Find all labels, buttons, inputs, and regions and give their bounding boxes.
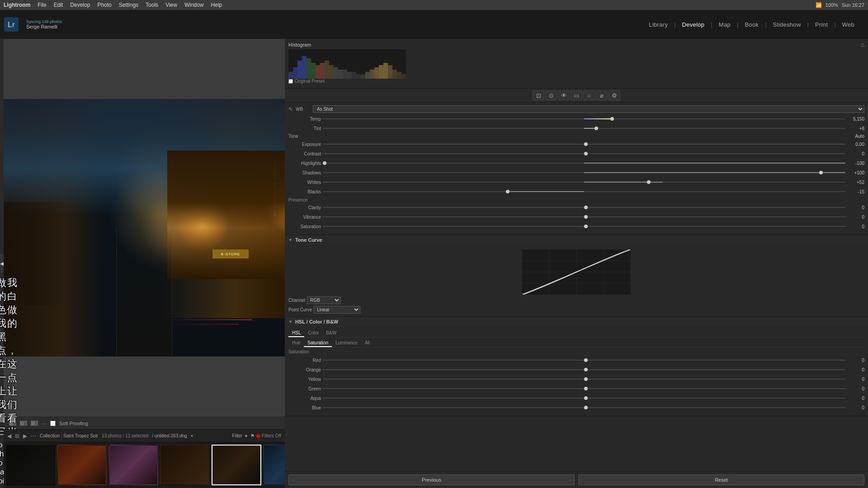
menu-item-tools[interactable]: Tools [146,2,158,8]
exposure-slider[interactable] [323,144,845,145]
temp-slider[interactable] [323,118,845,119]
contrast-slider[interactable] [323,153,845,154]
hsl-tab-saturation[interactable]: Saturation [304,339,332,347]
file-dropdown-arrow[interactable]: ▾ [191,433,193,438]
orange-slider[interactable] [323,369,845,370]
saturation-slider[interactable] [323,226,845,227]
vibrance-slider[interactable] [323,216,845,217]
filmstrip-nav-left[interactable]: ◀ [7,433,11,439]
wb-dropdown[interactable]: As Shot Auto Daylight Cloudy Shade [313,105,864,113]
filmstrip-scrollable[interactable] [4,442,285,488]
compare-view-icon[interactable]: ⊟ [31,421,38,426]
channel-select[interactable]: RGB Red Green Blue Luminance [307,296,341,304]
previous-button[interactable]: Previous [288,474,575,485]
blue-slider[interactable] [323,407,845,408]
yellow-slider[interactable] [323,379,845,380]
menu-item-view[interactable]: View [165,2,177,8]
point-curve-label: Point Curve [288,307,312,312]
saturation-value: 0 [847,224,864,229]
original-preset-checkbox[interactable] [288,79,293,84]
filmstrip-thumb-4[interactable] [160,445,210,485]
filmstrip-thumb-1[interactable] [5,445,55,485]
hsl-sub-tab-bw[interactable]: B&W [322,329,340,337]
red-slider[interactable] [323,360,845,361]
image-viewport[interactable]: B-STORE [4,39,285,417]
menu-item-develop[interactable]: Develop [70,2,90,8]
hsl-tab-hue[interactable]: Hue [288,339,304,347]
saturation-label: Saturation [288,224,321,229]
left-panel-toggle[interactable]: ◀ [0,254,4,272]
flag-filter[interactable]: ⚑ [250,433,255,438]
menu-item-edit[interactable]: Edit [54,2,63,8]
tone-curve-graph[interactable] [522,249,631,295]
filmstrip-more-icon[interactable]: ⋯ [31,433,36,439]
tint-label: Tint [288,126,321,131]
hsl-sub-tab-hsl[interactable]: HSL [288,329,304,337]
settings-tool[interactable]: ⚙ [609,90,620,100]
grid-view-icon[interactable]: ⊞ [9,421,16,426]
menu-item-settings[interactable]: Settings [119,2,138,8]
nav-tab-web[interactable]: Web [836,19,861,30]
star-filter[interactable]: ★ [244,433,249,438]
highlights-slider[interactable] [323,163,845,164]
svg-rect-13 [338,70,343,79]
filmstrip-thumb-3[interactable] [108,445,158,485]
street-photo-render: B-STORE [4,99,285,357]
hsl-tab-all[interactable]: All [361,339,373,347]
aqua-slider-row: Aqua 0 [288,394,864,402]
top-menu-bar: Lightroom File Edit Develop Photo Settin… [0,0,868,10]
nav-tab-library[interactable]: Library [642,19,674,30]
svg-rect-8 [316,65,320,79]
crop-tool[interactable]: ⊡ [533,90,544,100]
graduated-filter-tool[interactable]: ▭ [571,90,582,100]
shadows-slider[interactable] [323,172,845,173]
radial-filter-tool[interactable]: ○ [583,90,595,100]
nav-tab-develop[interactable]: Develop [676,19,711,30]
filmstrip-nav-right[interactable]: ▶ [23,433,27,439]
nav-tab-slideshow[interactable]: Slideshow [767,19,807,30]
menu-item-help[interactable]: Help [211,2,222,8]
tone-auto-value[interactable]: Auto [855,134,864,139]
color-filter[interactable] [256,434,260,438]
hsl-header[interactable]: ▼ HSL / Color / B&W [285,317,868,327]
svg-rect-22 [379,65,383,79]
soft-proof-checkbox[interactable] [50,421,56,426]
filmstrip-thumb-2[interactable] [57,445,107,485]
svg-rect-26 [397,72,401,79]
svg-rect-6 [307,58,311,79]
blacks-slider[interactable] [323,191,845,192]
green-slider[interactable] [323,388,845,389]
tone-curve-collapse[interactable]: ▼ [288,238,292,242]
aqua-slider[interactable] [323,398,845,399]
adjustment-brush-tool[interactable]: ⌀ [596,90,608,100]
nav-tab-map[interactable]: Map [712,19,737,30]
nav-tab-print[interactable]: Print [809,19,834,30]
menu-item-file[interactable]: File [38,2,46,8]
hsl-collapse[interactable]: ▼ [288,319,292,324]
hsl-sub-tab-color[interactable]: Color [304,329,322,337]
nav-tab-book[interactable]: Book [738,19,765,30]
filmstrip-thumb-6[interactable] [263,445,285,485]
tone-curve-header[interactable]: ▼ Tone Curve [285,235,868,245]
menu-item-lightroom[interactable]: Lightroom [4,2,30,8]
original-preset-label: Original Preset [295,79,325,84]
clarity-slider[interactable] [323,207,845,208]
menu-item-photo[interactable]: Photo [97,2,111,8]
filmstrip-thumb-5-active[interactable] [212,445,261,485]
loupe-view-icon[interactable]: ⊡ [20,421,27,426]
spot-removal-tool[interactable]: ⊙ [545,90,557,100]
soft-proof-separator: — [42,421,47,426]
whites-slider[interactable] [323,182,845,183]
menu-item-window[interactable]: Window [184,2,204,8]
point-curve-select[interactable]: Linear Medium Contrast Strong Contrast [314,306,360,314]
svg-rect-21 [374,67,379,79]
reset-button[interactable]: Reset [578,474,864,485]
tint-slider[interactable] [323,128,845,129]
svg-rect-9 [320,63,325,79]
hsl-tab-luminance[interactable]: Luminance [332,339,361,347]
develop-panels[interactable]: ✎ WB As Shot Auto Daylight Cloudy Shade [285,103,868,471]
pencil-icon[interactable]: ✎ [288,106,293,113]
filmstrip-grid-icon[interactable]: ⊞ [15,433,19,439]
point-curve-row: Point Curve Linear Medium Contrast Stron… [288,306,864,314]
redeye-tool[interactable]: 👁 [558,90,570,100]
